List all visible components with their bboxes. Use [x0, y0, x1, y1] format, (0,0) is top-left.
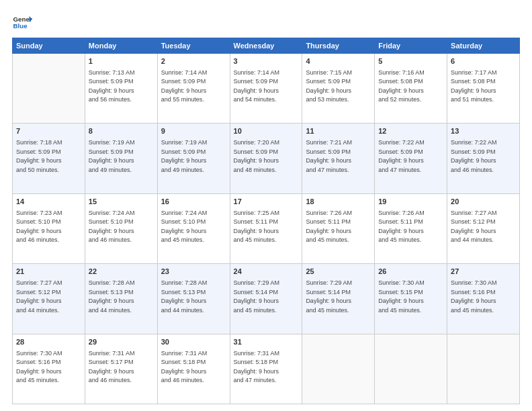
calendar-cell: 18Sunrise: 7:26 AMSunset: 5:11 PMDayligh… — [302, 193, 375, 263]
day-info: Sunrise: 7:16 AMSunset: 5:08 PMDaylight:… — [378, 68, 443, 105]
calendar-cell: 25Sunrise: 7:29 AMSunset: 5:14 PMDayligh… — [302, 264, 375, 334]
calendar-cell — [13, 54, 85, 124]
calendar-cell: 20Sunrise: 7:27 AMSunset: 5:12 PMDayligh… — [447, 193, 520, 263]
calendar: SundayMondayTuesdayWednesdayThursdayFrid… — [12, 38, 520, 404]
calendar-cell: 1Sunrise: 7:13 AMSunset: 5:09 PMDaylight… — [85, 54, 157, 124]
day-info: Sunrise: 7:19 AMSunset: 5:09 PMDaylight:… — [161, 138, 226, 175]
day-header-friday: Friday — [375, 38, 447, 54]
day-info: Sunrise: 7:31 AMSunset: 5:18 PMDaylight:… — [234, 349, 299, 385]
calendar-cell: 24Sunrise: 7:29 AMSunset: 5:14 PMDayligh… — [230, 264, 302, 334]
day-number: 26 — [378, 267, 443, 277]
day-info: Sunrise: 7:30 AMSunset: 5:16 PMDaylight:… — [16, 349, 81, 385]
day-number: 29 — [89, 337, 154, 348]
day-number: 23 — [161, 267, 226, 277]
day-header-thursday: Thursday — [302, 38, 375, 54]
day-info: Sunrise: 7:20 AMSunset: 5:09 PMDaylight:… — [234, 138, 299, 175]
calendar-cell: 9Sunrise: 7:19 AMSunset: 5:09 PMDaylight… — [157, 124, 230, 193]
calendar-cell: 31Sunrise: 7:31 AMSunset: 5:18 PMDayligh… — [230, 334, 302, 404]
header: General Blue — [12, 12, 520, 32]
day-header-tuesday: Tuesday — [157, 38, 230, 54]
calendar-week-4: 21Sunrise: 7:27 AMSunset: 5:12 PMDayligh… — [13, 264, 520, 334]
day-number: 5 — [378, 56, 443, 67]
day-number: 19 — [378, 197, 443, 208]
logo-icon: General Blue — [12, 12, 32, 32]
calendar-cell: 4Sunrise: 7:15 AMSunset: 5:09 PMDaylight… — [302, 54, 375, 124]
day-info: Sunrise: 7:17 AMSunset: 5:08 PMDaylight:… — [451, 68, 516, 105]
day-info: Sunrise: 7:21 AMSunset: 5:09 PMDaylight:… — [306, 138, 371, 175]
day-info: Sunrise: 7:26 AMSunset: 5:11 PMDaylight:… — [306, 209, 371, 245]
day-number: 8 — [89, 126, 154, 137]
calendar-cell — [302, 334, 375, 404]
day-number: 24 — [234, 267, 299, 277]
day-info: Sunrise: 7:24 AMSunset: 5:10 PMDaylight:… — [161, 209, 226, 245]
day-info: Sunrise: 7:14 AMSunset: 5:09 PMDaylight:… — [234, 68, 299, 105]
calendar-cell: 15Sunrise: 7:24 AMSunset: 5:10 PMDayligh… — [85, 193, 157, 263]
day-number: 17 — [234, 197, 299, 208]
calendar-cell: 10Sunrise: 7:20 AMSunset: 5:09 PMDayligh… — [230, 124, 302, 193]
day-number: 7 — [16, 126, 81, 137]
day-info: Sunrise: 7:29 AMSunset: 5:14 PMDaylight:… — [234, 279, 299, 315]
day-info: Sunrise: 7:25 AMSunset: 5:11 PMDaylight:… — [234, 209, 299, 245]
day-number: 22 — [89, 267, 154, 277]
day-number: 1 — [89, 56, 154, 67]
day-header-wednesday: Wednesday — [230, 38, 302, 54]
calendar-cell — [375, 334, 447, 404]
day-number: 27 — [451, 267, 516, 277]
calendar-header-row: SundayMondayTuesdayWednesdayThursdayFrid… — [13, 38, 520, 54]
day-number: 3 — [234, 56, 299, 67]
calendar-cell: 22Sunrise: 7:28 AMSunset: 5:13 PMDayligh… — [85, 264, 157, 334]
day-number: 11 — [306, 126, 371, 137]
day-number: 9 — [161, 126, 226, 137]
calendar-cell: 12Sunrise: 7:22 AMSunset: 5:09 PMDayligh… — [375, 124, 447, 193]
day-info: Sunrise: 7:18 AMSunset: 5:09 PMDaylight:… — [16, 138, 81, 175]
calendar-cell: 8Sunrise: 7:19 AMSunset: 5:09 PMDaylight… — [85, 124, 157, 193]
day-number: 31 — [234, 337, 299, 348]
day-info: Sunrise: 7:15 AMSunset: 5:09 PMDaylight:… — [306, 68, 371, 105]
calendar-week-5: 28Sunrise: 7:30 AMSunset: 5:16 PMDayligh… — [13, 334, 520, 404]
day-info: Sunrise: 7:29 AMSunset: 5:14 PMDaylight:… — [306, 279, 371, 315]
calendar-cell: 28Sunrise: 7:30 AMSunset: 5:16 PMDayligh… — [13, 334, 85, 404]
calendar-cell — [447, 334, 520, 404]
day-info: Sunrise: 7:31 AMSunset: 5:18 PMDaylight:… — [161, 349, 226, 385]
calendar-cell: 5Sunrise: 7:16 AMSunset: 5:08 PMDaylight… — [375, 54, 447, 124]
day-info: Sunrise: 7:27 AMSunset: 5:12 PMDaylight:… — [451, 209, 516, 245]
calendar-week-3: 14Sunrise: 7:23 AMSunset: 5:10 PMDayligh… — [13, 193, 520, 263]
calendar-cell: 21Sunrise: 7:27 AMSunset: 5:12 PMDayligh… — [13, 264, 85, 334]
calendar-cell: 29Sunrise: 7:31 AMSunset: 5:17 PMDayligh… — [85, 334, 157, 404]
svg-text:Blue: Blue — [13, 22, 28, 30]
day-number: 16 — [161, 197, 226, 208]
day-number: 14 — [16, 197, 81, 208]
day-number: 15 — [89, 197, 154, 208]
day-number: 30 — [161, 337, 226, 348]
page: General Blue SundayMondayTuesdayWednesda… — [0, 0, 532, 411]
day-header-saturday: Saturday — [447, 38, 520, 54]
day-info: Sunrise: 7:30 AMSunset: 5:16 PMDaylight:… — [451, 279, 516, 315]
day-info: Sunrise: 7:14 AMSunset: 5:09 PMDaylight:… — [161, 68, 226, 105]
calendar-cell: 23Sunrise: 7:28 AMSunset: 5:13 PMDayligh… — [157, 264, 230, 334]
day-info: Sunrise: 7:22 AMSunset: 5:09 PMDaylight:… — [378, 138, 443, 175]
calendar-cell: 6Sunrise: 7:17 AMSunset: 5:08 PMDaylight… — [447, 54, 520, 124]
calendar-cell: 16Sunrise: 7:24 AMSunset: 5:10 PMDayligh… — [157, 193, 230, 263]
day-info: Sunrise: 7:30 AMSunset: 5:15 PMDaylight:… — [378, 279, 443, 315]
calendar-cell: 11Sunrise: 7:21 AMSunset: 5:09 PMDayligh… — [302, 124, 375, 193]
day-info: Sunrise: 7:31 AMSunset: 5:17 PMDaylight:… — [89, 349, 154, 385]
day-info: Sunrise: 7:22 AMSunset: 5:09 PMDaylight:… — [451, 138, 516, 175]
logo: General Blue — [12, 12, 32, 32]
calendar-cell: 27Sunrise: 7:30 AMSunset: 5:16 PMDayligh… — [447, 264, 520, 334]
calendar-cell: 7Sunrise: 7:18 AMSunset: 5:09 PMDaylight… — [13, 124, 85, 193]
day-number: 25 — [306, 267, 371, 277]
day-info: Sunrise: 7:19 AMSunset: 5:09 PMDaylight:… — [89, 138, 154, 175]
day-number: 20 — [451, 197, 516, 208]
day-number: 2 — [161, 56, 226, 67]
day-number: 21 — [16, 267, 81, 277]
day-number: 6 — [451, 56, 516, 67]
day-number: 28 — [16, 337, 81, 348]
calendar-cell: 17Sunrise: 7:25 AMSunset: 5:11 PMDayligh… — [230, 193, 302, 263]
day-number: 18 — [306, 197, 371, 208]
day-number: 4 — [306, 56, 371, 67]
calendar-cell: 3Sunrise: 7:14 AMSunset: 5:09 PMDaylight… — [230, 54, 302, 124]
calendar-cell: 13Sunrise: 7:22 AMSunset: 5:09 PMDayligh… — [447, 124, 520, 193]
calendar-cell: 26Sunrise: 7:30 AMSunset: 5:15 PMDayligh… — [375, 264, 447, 334]
day-info: Sunrise: 7:28 AMSunset: 5:13 PMDaylight:… — [161, 279, 226, 315]
day-info: Sunrise: 7:26 AMSunset: 5:11 PMDaylight:… — [378, 209, 443, 245]
